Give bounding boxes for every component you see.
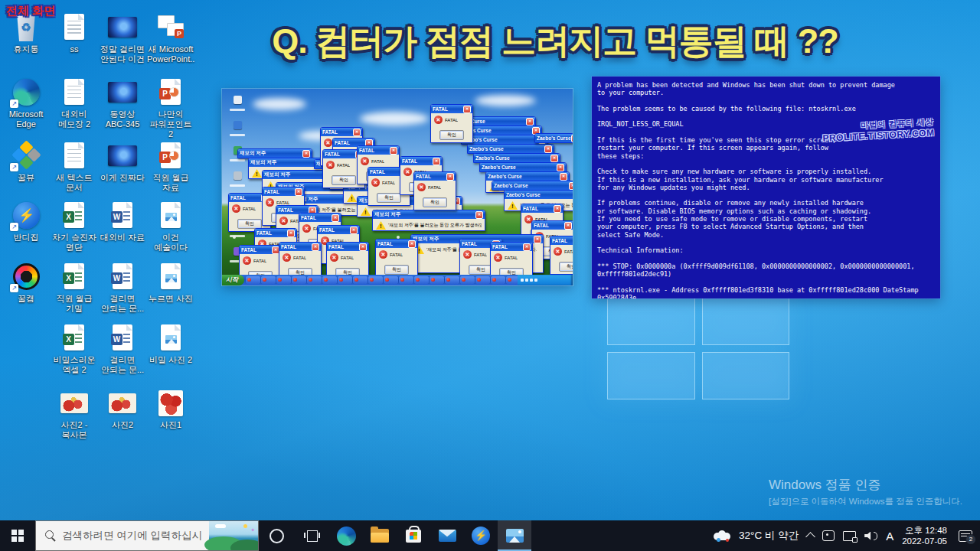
- desktop-icon-word-dont2[interactable]: W걸리면 안되는 문...: [99, 323, 146, 375]
- imgfile-icon: [155, 201, 187, 231]
- search-input[interactable]: 검색하려면 여기에 입력하십시 ✦: [35, 520, 259, 551]
- video-icon: [106, 77, 139, 108]
- desktop-icon-label: 정말 걸리면 안된다 이건: [99, 44, 146, 64]
- desktop-icon-label: 대외비 자료: [99, 233, 146, 243]
- photo-viewer-icon: [506, 529, 524, 543]
- notification-center-button[interactable]: 2: [959, 530, 972, 542]
- volume-tray-icon[interactable]: [864, 532, 877, 540]
- xp-task-button: [368, 276, 383, 284]
- desktop-icon-label: 차기 승진자 명단: [51, 233, 98, 253]
- desktop-icon-label: 휴지통: [2, 44, 50, 54]
- desktop-icon-word-dont1[interactable]: W걸리면 안되는 문...: [99, 262, 146, 314]
- apples-icon: [155, 388, 187, 419]
- desktop-icon-label: 나만의 파워포인트 2: [147, 109, 194, 139]
- desktop-icon-video-abc[interactable]: 동영상 ABC-345: [99, 77, 146, 129]
- desktop-icon-new-powerpoint[interactable]: P새 Microsoft PowerPoint..: [147, 12, 194, 64]
- desktop-icon-honeycam[interactable]: ↗꿀캠: [2, 262, 50, 304]
- start-button[interactable]: [0, 520, 35, 551]
- tray-chevron-icon[interactable]: [805, 532, 815, 542]
- desktop-icon-memo2[interactable]: 대외비 메모장 2: [51, 77, 98, 129]
- weather-icon[interactable]: [714, 530, 730, 541]
- ime-indicator[interactable]: A: [886, 530, 893, 543]
- xp-task-buttons: [244, 276, 518, 284]
- imgfile-icon: [155, 262, 187, 292]
- desktop-icon-label: Microsoft Edge: [2, 109, 50, 129]
- desktop-icon-salary-secret[interactable]: X직원 월급 기밀: [51, 262, 98, 314]
- xp-error-dialog-fatal: FATAL✕✕FATAL확인: [413, 171, 456, 210]
- wallpaper-windows-logo: [607, 297, 789, 399]
- xp-taskbar: 시작: [222, 275, 573, 285]
- xp-crash-screenshot: Zaebo's Curse✕Zaebo's Curse✕Zaebo's Curs…: [222, 89, 573, 285]
- taskbar-clock[interactable]: 오후 12:48 2022-07-05: [902, 525, 947, 547]
- textdoc-icon: [58, 12, 90, 43]
- taskbar-bandizip[interactable]: ⚡: [464, 520, 498, 551]
- xp-task-button: [246, 276, 260, 284]
- taskbar-edge[interactable]: [329, 520, 363, 551]
- recorder-tray-icon[interactable]: [822, 530, 835, 541]
- xp-task-button: [322, 276, 337, 284]
- desktop-icon-salary-ppt[interactable]: P직원 월급 자료: [147, 141, 194, 193]
- desktop-icon-edge[interactable]: ↗Microsoft Edge: [2, 77, 50, 129]
- fullscreen-overlay-label: 전체 화면: [6, 4, 55, 18]
- network-tray-icon[interactable]: [843, 531, 856, 541]
- desktop-icon-video-real[interactable]: 이게 진짜다: [99, 141, 146, 183]
- desktop-icon-word-secret[interactable]: W대외비 자료: [99, 201, 146, 243]
- activation-subtitle: [설정]으로 이동하여 Windows를 정품 인증합니다.: [769, 496, 962, 507]
- desktop-icon-my-ppt2[interactable]: P나만의 파워포인트 2: [147, 77, 194, 139]
- desktop-icon-honeyview[interactable]: ↗꿀뷰: [2, 141, 50, 183]
- pptfile-icon: P: [155, 141, 187, 171]
- desktop-icon-photo1[interactable]: 사진1: [147, 388, 194, 430]
- xp-error-dialog-warn_ko: 재보의 저주✕!'재보의 저주'를 불러오는 동안 오류가 발생하였습니다.: [372, 210, 485, 231]
- weather-text[interactable]: 32°C 비 약간: [739, 529, 799, 543]
- desktop-icon-label: 꿀캠: [2, 294, 50, 304]
- xp-task-button: [338, 276, 352, 284]
- xp-error-dialog-fatal: FATAL✕✕FATAL확인: [550, 236, 573, 275]
- desktop-icon-label: 사진2: [99, 420, 146, 430]
- xp-error-dialog-bar_en: Zaebo's Curse✕: [534, 133, 573, 143]
- cortana-button[interactable]: [259, 520, 294, 551]
- mail-icon: [439, 530, 456, 542]
- xp-system-tray: [518, 275, 573, 285]
- bandizip-icon: ⚡: [472, 527, 490, 545]
- xp-task-button: [414, 276, 429, 284]
- desktop-icon-label: 반디집: [2, 233, 50, 243]
- desktop-icon-bandizip[interactable]: ⚡↗반디집: [2, 201, 50, 243]
- desktop-icon-label: 직원 월급 자료: [147, 173, 194, 193]
- activation-watermark: Windows 정품 인증 [설정]으로 이동하여 Windows를 정품 인증…: [769, 476, 962, 507]
- desktop-icon-promotion-list[interactable]: X차기 승진자 명단: [51, 201, 98, 253]
- desktop-icon-label: 이건 예술이다: [147, 233, 194, 253]
- bandizip-icon: ⚡↗: [10, 201, 42, 231]
- desktop-icon-label: 사진1: [147, 420, 194, 430]
- excel-icon: X: [58, 201, 90, 231]
- bsod-screenshot: A problem has been detected and Windows …: [592, 77, 940, 298]
- desktop-icon-photo2-copy[interactable]: 사진2 - 복사본: [51, 388, 98, 440]
- desktop-icon-label: ss: [51, 44, 98, 54]
- desktop-icon-secret-photo2[interactable]: 비밀 사진 2: [147, 323, 194, 365]
- pptx2-icon: P: [155, 12, 187, 43]
- desktop-icon-secret-excel2[interactable]: X비밀스러운 엑셀 2: [51, 323, 98, 375]
- word-icon: W: [106, 323, 139, 354]
- desktop-icon-ss[interactable]: ss: [51, 12, 98, 54]
- pptfile-icon: P: [155, 77, 187, 108]
- task-view-button[interactable]: [294, 520, 329, 551]
- desktop-icon-label: 비밀 사진 2: [147, 355, 194, 365]
- taskbar-store[interactable]: [397, 520, 430, 551]
- desktop-icon-label: 새 텍스트 문서: [51, 173, 98, 193]
- desktop: 전체 화면 Q. 컴터가 점점 느려지고 먹통될 때 ?? ♻휴지통↗Micro…: [0, 0, 980, 520]
- desktop-icon-photo2[interactable]: 사진2: [99, 388, 146, 430]
- xp-task-button: [353, 276, 368, 284]
- question-title: Q. 컴터가 점점 느려지고 먹통될 때 ??: [230, 18, 880, 64]
- xp-task-button: [506, 276, 518, 284]
- video-icon: [106, 12, 139, 43]
- task-view-icon: [305, 530, 318, 541]
- xp-task-button: [261, 276, 276, 284]
- desktop-icon-recycle-bin[interactable]: ♻휴지통: [2, 12, 50, 54]
- desktop-icon-press-photo[interactable]: 누르면 사진: [147, 262, 194, 304]
- desktop-icon-art-image[interactable]: 이건 예술이다: [147, 201, 194, 253]
- taskbar-photo-viewer-active[interactable]: [498, 520, 531, 551]
- desktop-icon-new-text[interactable]: 새 텍스트 문서: [51, 141, 98, 193]
- desktop-icon-video-caught[interactable]: 정말 걸리면 안된다 이건: [99, 12, 146, 64]
- taskbar-mail[interactable]: [430, 520, 464, 551]
- taskbar-file-explorer[interactable]: [363, 520, 397, 551]
- applephoto-icon: [58, 388, 90, 419]
